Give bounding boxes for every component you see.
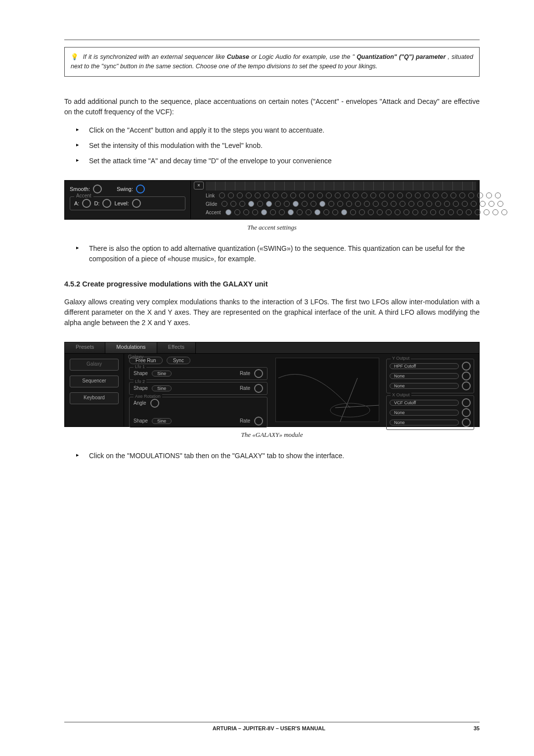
step-dot[interactable] xyxy=(288,209,294,215)
step-dot[interactable] xyxy=(471,201,477,207)
step-dot[interactable] xyxy=(252,209,258,215)
step-dot[interactable] xyxy=(391,201,397,207)
step-dot[interactable] xyxy=(489,201,494,207)
swing-knob[interactable] xyxy=(136,185,145,193)
axe-angle-knob[interactable] xyxy=(150,399,159,408)
level-knob[interactable] xyxy=(132,199,141,208)
step-dot[interactable] xyxy=(353,192,358,198)
step-dot[interactable] xyxy=(388,192,394,198)
step-dot[interactable] xyxy=(386,209,392,215)
step-dot[interactable] xyxy=(459,192,465,198)
xout-sel-2[interactable]: None xyxy=(390,410,459,416)
step-dot[interactable] xyxy=(448,209,454,215)
step-dot[interactable] xyxy=(368,209,374,215)
step-dot[interactable] xyxy=(377,209,383,215)
step-dot[interactable] xyxy=(435,201,441,207)
step-dot[interactable] xyxy=(317,192,323,198)
step-dot[interactable] xyxy=(275,201,281,207)
side-btn-keyboard[interactable]: Keyboard xyxy=(70,392,119,404)
yout-sel-2[interactable]: None xyxy=(390,373,459,379)
step-dot[interactable] xyxy=(248,201,254,207)
mode-sync[interactable]: Sync xyxy=(167,357,190,364)
step-dot[interactable] xyxy=(257,201,263,207)
step-dot[interactable] xyxy=(477,192,483,198)
step-dot[interactable] xyxy=(430,209,436,215)
step-dot[interactable] xyxy=(486,192,492,198)
step-dot[interactable] xyxy=(424,192,430,198)
lfo2-shape-select[interactable]: Sine xyxy=(152,385,172,391)
yout-knob-3[interactable] xyxy=(462,381,471,390)
step-dot[interactable] xyxy=(261,209,267,215)
step-dot[interactable] xyxy=(412,209,418,215)
step-dot[interactable] xyxy=(370,192,376,198)
step-dot[interactable] xyxy=(255,192,261,198)
step-dot[interactable] xyxy=(270,209,276,215)
step-dot[interactable] xyxy=(219,192,225,198)
step-dot[interactable] xyxy=(415,192,421,198)
step-dot[interactable] xyxy=(444,201,450,207)
step-dot[interactable] xyxy=(408,201,414,207)
step-dot[interactable] xyxy=(497,201,503,207)
step-dot[interactable] xyxy=(299,192,305,198)
step-dot[interactable] xyxy=(228,192,234,198)
step-dot[interactable] xyxy=(395,209,400,215)
step-dot[interactable] xyxy=(346,201,352,207)
galaxy-visualizer[interactable] xyxy=(275,358,379,422)
attack-knob[interactable] xyxy=(82,199,91,208)
yout-sel-3[interactable]: None xyxy=(390,383,459,389)
lfo1-rate-knob[interactable] xyxy=(254,369,263,378)
step-dot[interactable] xyxy=(359,209,365,215)
close-step-button[interactable]: × xyxy=(194,182,204,189)
smooth-knob[interactable] xyxy=(93,185,102,193)
step-dot[interactable] xyxy=(326,192,332,198)
step-dot[interactable] xyxy=(350,209,356,215)
step-dot[interactable] xyxy=(335,192,341,198)
step-dot[interactable] xyxy=(293,201,299,207)
side-btn-sequencer[interactable]: Sequencer xyxy=(70,376,119,387)
step-dot[interactable] xyxy=(239,201,245,207)
step-dot[interactable] xyxy=(306,209,312,215)
step-dot[interactable] xyxy=(272,192,278,198)
step-dot[interactable] xyxy=(234,209,240,215)
xout-sel-3[interactable]: None xyxy=(390,420,459,425)
step-dot[interactable] xyxy=(480,201,486,207)
step-dot[interactable] xyxy=(492,209,498,215)
step-dot[interactable] xyxy=(501,209,507,215)
step-dot[interactable] xyxy=(290,192,296,198)
step-dot[interactable] xyxy=(279,209,285,215)
step-dot[interactable] xyxy=(373,201,379,207)
step-dot[interactable] xyxy=(417,201,423,207)
lfo2-rate-knob[interactable] xyxy=(254,384,263,393)
step-dot[interactable] xyxy=(475,209,481,215)
xout-knob-2[interactable] xyxy=(462,408,471,417)
step-dot[interactable] xyxy=(284,201,290,207)
decay-knob[interactable] xyxy=(102,199,111,208)
step-dot[interactable] xyxy=(406,192,412,198)
step-dot[interactable] xyxy=(439,209,445,215)
step-dot[interactable] xyxy=(453,201,459,207)
step-dot[interactable] xyxy=(319,201,325,207)
step-dot[interactable] xyxy=(243,209,249,215)
step-dot[interactable] xyxy=(433,192,439,198)
step-dot[interactable] xyxy=(361,192,367,198)
step-dot[interactable] xyxy=(266,201,272,207)
step-dot[interactable] xyxy=(264,192,269,198)
step-dot[interactable] xyxy=(311,201,316,207)
step-dot[interactable] xyxy=(421,209,427,215)
step-dot[interactable] xyxy=(225,209,231,215)
step-dot[interactable] xyxy=(297,209,303,215)
yout-knob-2[interactable] xyxy=(462,372,471,380)
step-dot[interactable] xyxy=(484,209,490,215)
step-dot[interactable] xyxy=(337,201,343,207)
tab-presets[interactable]: Presets xyxy=(65,342,105,353)
axe-shape-select[interactable]: Sine xyxy=(152,418,172,424)
step-dot[interactable] xyxy=(442,192,447,198)
tab-modulations[interactable]: Modulations xyxy=(105,342,157,353)
xout-sel-1[interactable]: VCF Cutoff xyxy=(390,400,459,406)
xout-knob-1[interactable] xyxy=(462,398,471,407)
step-dot[interactable] xyxy=(457,209,463,215)
step-dot[interactable] xyxy=(468,192,474,198)
step-dot[interactable] xyxy=(382,201,388,207)
step-dot[interactable] xyxy=(328,201,334,207)
step-dot[interactable] xyxy=(397,192,403,198)
